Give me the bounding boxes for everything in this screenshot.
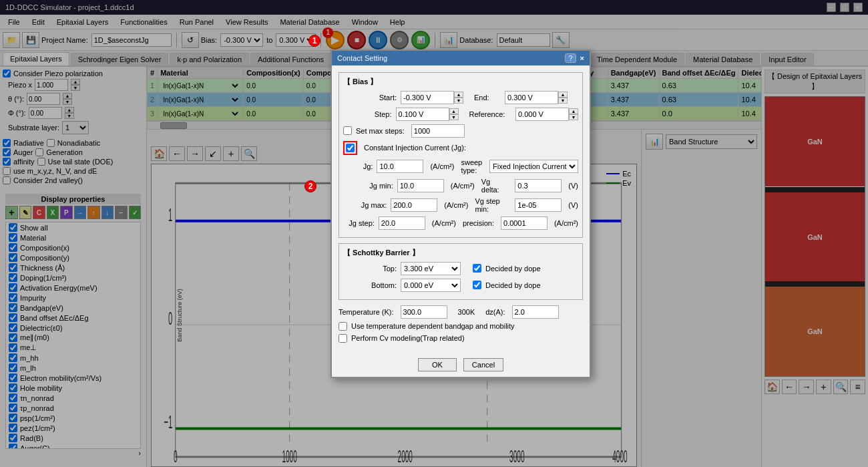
start-end-row: Start: ▲ ▼ End: ▲ ▼ <box>343 91 578 104</box>
bottom-barrier-row: Bottom: 0.000 eV Decided by dope <box>343 279 578 292</box>
jg-row: Jg: (A/cm²) sweep type: Fixed Injection … <box>343 158 578 174</box>
badge-1-container: 1 <box>308 35 320 47</box>
start-spinner: ▲ ▼ <box>454 92 463 104</box>
const-injection-row: Constant Injection Current (Jg): <box>343 141 578 155</box>
start-label: Start: <box>343 94 397 102</box>
jg-unit: (A/cm²) <box>430 162 454 170</box>
vg-step-min-input[interactable] <box>515 198 562 212</box>
end-down-btn[interactable]: ▼ <box>558 98 568 104</box>
end-input-group: ▲ ▼ <box>505 91 568 104</box>
temp-dependent-row: Use temperature dependent bandgap and mo… <box>339 322 583 331</box>
dialog-title-text: Contact Setting <box>337 54 387 62</box>
bottom-barrier-label: Bottom: <box>343 281 397 289</box>
vg-delta-unit: (V) <box>568 182 578 190</box>
vg-delta-label: Vg delta: <box>481 178 509 194</box>
dialog-help-btn[interactable]: ? <box>565 53 576 63</box>
jg-max-row: Jg max: (A/cm²) Vg step min: (V) <box>343 197 578 213</box>
temp-dependent-label: Use temperature dependent bandgap and mo… <box>351 322 515 330</box>
max-steps-row: Set max steps: <box>343 124 578 138</box>
dialog-overlay: Contact Setting ? × 【 Bias 】 Start: ▲ ▼ <box>0 0 868 467</box>
dz-input[interactable] <box>512 305 559 319</box>
jg-step-row: Jg step: (A/cm²) precision: (A/cm²) <box>343 216 578 230</box>
jg-label: Jg: <box>343 162 373 170</box>
top-decided-label: Decided by dope <box>485 265 541 273</box>
ref-input-group: ▲ ▼ <box>515 108 578 121</box>
dialog-close-btn[interactable]: × <box>580 54 584 62</box>
temp-input[interactable] <box>401 305 447 319</box>
top-decided-checkbox[interactable] <box>473 264 481 273</box>
end-spinner: ▲ ▼ <box>558 92 568 104</box>
annotation-badge-1: 1 <box>308 35 320 47</box>
bias-section: 【 Bias 】 Start: ▲ ▼ End: ▲ <box>339 72 583 238</box>
top-barrier-select[interactable]: 3.300 eV <box>401 262 461 275</box>
end-label: End: <box>474 94 501 102</box>
step-ref-row: Step: ▲ ▼ Reference: ▲ ▼ <box>343 108 578 121</box>
vg-delta-input[interactable] <box>515 179 562 192</box>
vg-step-min-label: Vg step min: <box>475 197 508 213</box>
temp-dependent-checkbox[interactable] <box>339 322 347 331</box>
precision-input[interactable] <box>501 216 548 230</box>
jg-step-unit: (A/cm²) <box>432 219 456 227</box>
step-input[interactable] <box>396 108 449 121</box>
jg-max-unit: (A/cm²) <box>444 201 468 209</box>
jg-max-input[interactable] <box>391 198 437 212</box>
dialog-title-bar: Contact Setting ? × <box>332 51 590 65</box>
cv-modeling-label: Perform Cv modeling(Trap related) <box>351 334 465 342</box>
end-up-btn[interactable]: ▲ <box>558 92 568 98</box>
ok-btn[interactable]: OK <box>418 358 457 371</box>
precision-label: precision: <box>463 219 494 227</box>
contact-setting-dialog: Contact Setting ? × 【 Bias 】 Start: ▲ ▼ <box>331 49 591 378</box>
jg-min-row: Jg min: (A/cm²) Vg delta: (V) <box>343 178 578 194</box>
set-max-steps-checkbox[interactable] <box>343 126 352 135</box>
dz-label: dz(A): <box>485 308 505 316</box>
sweep-type-select[interactable]: Fixed Injection Current <box>489 160 578 173</box>
dialog-title-controls: ? × <box>565 53 584 63</box>
start-input[interactable] <box>401 91 454 104</box>
vg-step-min-unit: (V) <box>568 201 578 209</box>
jg-step-input[interactable] <box>379 216 425 230</box>
top-barrier-label: Top: <box>343 265 397 273</box>
temp-k-label: 300K <box>458 308 475 316</box>
cv-modeling-row: Perform Cv modeling(Trap related) <box>339 334 583 343</box>
const-injection-checkbox[interactable] <box>346 144 355 152</box>
sweep-type-label: sweep type: <box>461 158 483 174</box>
bottom-decided-checkbox[interactable] <box>473 281 481 289</box>
step-up-btn[interactable]: ▲ <box>449 108 459 114</box>
top-barrier-row: Top: 3.300 eV Decided by dope <box>343 262 578 275</box>
schottky-title: 【 Schottky Barrier 】 <box>343 248 578 258</box>
cancel-btn[interactable]: Cancel <box>463 358 503 371</box>
badge-2-container: 2 <box>304 180 316 192</box>
start-down-btn[interactable]: ▼ <box>454 98 463 104</box>
annotation-badge-2: 2 <box>304 180 316 192</box>
jg-max-label: Jg max: <box>343 201 387 209</box>
bottom-barrier-select[interactable]: 0.000 eV <box>401 279 461 292</box>
max-steps-input[interactable] <box>411 124 465 138</box>
step-label: Step: <box>343 110 392 118</box>
temp-label: Temperature (K): <box>339 308 394 316</box>
bias-section-title: 【 Bias 】 <box>343 77 578 87</box>
set-max-steps-label: Set max steps: <box>356 127 405 135</box>
schottky-section: 【 Schottky Barrier 】 Top: 3.300 eV Decid… <box>339 243 583 300</box>
precision-unit: (A/cm²) <box>554 219 578 227</box>
dialog-body: 【 Bias 】 Start: ▲ ▼ End: ▲ <box>332 65 590 353</box>
const-injection-label: Constant Injection Current (Jg): <box>364 144 466 152</box>
const-injection-highlight <box>343 141 357 155</box>
step-down-btn[interactable]: ▼ <box>449 114 459 120</box>
start-input-group: ▲ ▼ <box>401 91 463 104</box>
ref-up-btn[interactable]: ▲ <box>569 108 578 114</box>
start-up-btn[interactable]: ▲ <box>454 92 463 98</box>
dialog-footer: OK Cancel <box>332 353 590 377</box>
ref-label: Reference: <box>469 110 511 118</box>
cv-modeling-checkbox[interactable] <box>339 334 347 343</box>
step-input-group: ▲ ▼ <box>396 108 459 121</box>
ref-input[interactable] <box>515 108 569 121</box>
jg-step-label: Jg step: <box>343 219 375 227</box>
jg-input[interactable] <box>377 160 423 173</box>
ref-down-btn[interactable]: ▼ <box>569 114 578 120</box>
step-spinner: ▲ ▼ <box>449 108 459 120</box>
end-input[interactable] <box>505 91 558 104</box>
jg-min-label: Jg min: <box>343 182 393 190</box>
temperature-row: Temperature (K): 300K dz(A): <box>339 305 583 319</box>
jg-min-input[interactable] <box>397 179 444 192</box>
jg-min-unit: (A/cm²) <box>451 182 475 190</box>
